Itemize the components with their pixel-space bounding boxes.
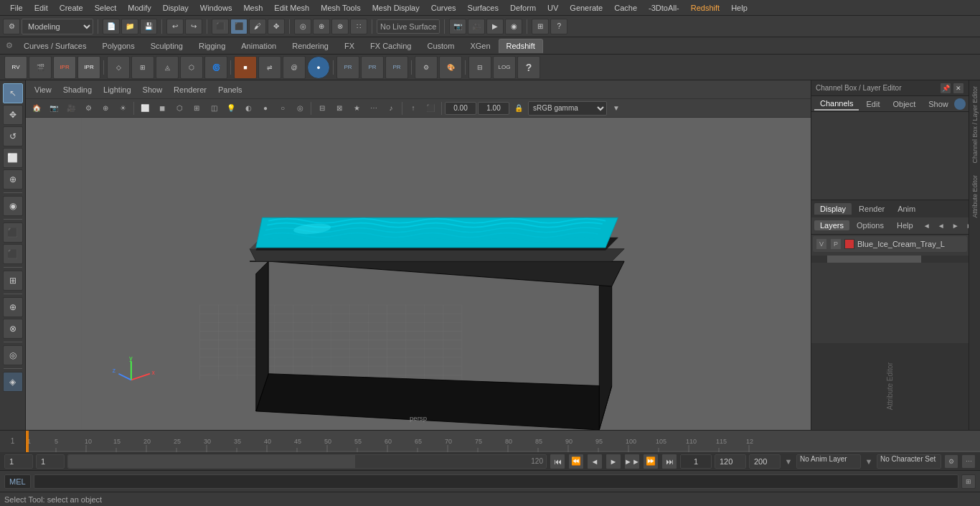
- layer-arrow-right-btn[interactable]: ►: [949, 219, 962, 232]
- status-max-frame[interactable]: 200: [749, 454, 781, 469]
- menu-3dto[interactable]: -3DtoAll-: [643, 2, 685, 14]
- cb-color-btn[interactable]: [954, 98, 966, 110]
- render-btn2[interactable]: ◉: [505, 19, 522, 34]
- vi-smooth2-btn[interactable]: ⬡: [171, 101, 187, 116]
- shelf-icon-4[interactable]: ⬡: [180, 56, 203, 79]
- soft-select-btn[interactable]: ◉: [3, 196, 23, 216]
- cb-tab-channels[interactable]: Channels: [814, 98, 859, 111]
- pb-forward-btn[interactable]: ►►: [624, 454, 640, 469]
- menu-file[interactable]: File: [4, 2, 29, 14]
- shelf-tab-animation[interactable]: Animation: [233, 39, 284, 53]
- shelf-tab-sculpting[interactable]: Sculpting: [143, 39, 191, 53]
- status-range-end[interactable]: 120: [715, 454, 746, 469]
- vi-settings-btn[interactable]: ⚙: [80, 101, 96, 116]
- mode-dropdown[interactable]: Modeling: [22, 19, 93, 34]
- vi-shadow-btn[interactable]: ◐: [240, 101, 256, 116]
- vi-sss-btn[interactable]: ○: [275, 101, 291, 116]
- menu-help[interactable]: Help: [725, 2, 753, 14]
- layer-subtab-help[interactable]: Help: [891, 220, 919, 230]
- viewport-menu-shading[interactable]: Shading: [59, 84, 96, 95]
- shelf-icon-2[interactable]: ⊞: [131, 56, 154, 79]
- viewport-menu-view[interactable]: View: [30, 84, 56, 95]
- menu-create[interactable]: Create: [54, 2, 89, 14]
- shelf-icon-circle[interactable]: ●: [307, 56, 330, 79]
- viewport-menu-show[interactable]: Show: [138, 84, 167, 95]
- shelf-icon-ipr2[interactable]: IPR: [77, 56, 100, 79]
- vi-smooth-btn[interactable]: ◼: [154, 101, 170, 116]
- shelf-icon-pr2[interactable]: PR: [361, 56, 384, 79]
- menu-redshift[interactable]: Redshift: [685, 2, 725, 14]
- undo-btn[interactable]: ↩: [166, 19, 184, 34]
- vi-ao-btn[interactable]: ●: [258, 101, 273, 116]
- lasso-btn[interactable]: ⬛: [3, 222, 23, 243]
- shelf-icon-rv[interactable]: RV: [4, 56, 27, 79]
- menu-generate[interactable]: Generate: [564, 2, 608, 14]
- pb-back-btn[interactable]: ◄: [587, 454, 603, 469]
- vi-cam-btn[interactable]: 📷: [46, 101, 62, 116]
- select-active-btn[interactable]: ⬛: [230, 19, 248, 34]
- move-tool-btn[interactable]: ✥: [3, 105, 23, 125]
- layer-subtab-options[interactable]: Options: [851, 220, 890, 230]
- char-set-arrow[interactable]: ▼: [864, 454, 874, 469]
- layer-visibility-btn[interactable]: V: [816, 238, 827, 250]
- vi-home-btn[interactable]: 🏠: [29, 101, 44, 116]
- menu-deform[interactable]: Deform: [504, 2, 542, 14]
- snap-magnet-btn[interactable]: ⊕: [3, 297, 23, 317]
- shelf-tab-fxcaching[interactable]: FX Caching: [362, 39, 419, 53]
- vi-grid-btn[interactable]: ⊟: [314, 101, 330, 116]
- no-char-set-dropdown[interactable]: No Character Set: [877, 454, 941, 469]
- menu-mesh-tools[interactable]: Mesh Tools: [315, 2, 366, 14]
- colorspace-dropdown[interactable]: sRGB gamma: [528, 101, 607, 116]
- shelf-tab-rendering[interactable]: Rendering: [284, 39, 336, 53]
- shelf-icon-film[interactable]: 🎬: [29, 56, 52, 79]
- universal-tool-btn[interactable]: ⊕: [3, 169, 23, 189]
- shelf-tab-polygons[interactable]: Polygons: [94, 39, 142, 53]
- paint-btn[interactable]: 🖌: [249, 19, 266, 34]
- pb-prev-key-btn[interactable]: ⏪: [568, 454, 584, 469]
- camera-btn2[interactable]: 🎥: [468, 19, 485, 34]
- vi-lock-btn[interactable]: 🔒: [511, 101, 527, 116]
- cb-tab-edit[interactable]: Edit: [860, 98, 885, 110]
- layer-type-btn[interactable]: P: [830, 238, 842, 250]
- shelf-tab-fx[interactable]: FX: [336, 39, 362, 53]
- status-extra-btn[interactable]: ⋯: [961, 454, 976, 469]
- shelf-icon-1[interactable]: ◇: [107, 56, 130, 79]
- menu-edit[interactable]: Edit: [29, 2, 54, 14]
- layer-tab-render[interactable]: Render: [853, 203, 890, 215]
- menu-modify[interactable]: Modify: [122, 2, 156, 14]
- paint-select-btn[interactable]: ⬛: [3, 244, 23, 264]
- cb-pin-btn[interactable]: 📌: [940, 83, 951, 94]
- viewport-menu-lighting[interactable]: Lighting: [99, 84, 136, 95]
- vi-snap-btn[interactable]: ⊕: [98, 101, 113, 116]
- save-btn[interactable]: 💾: [140, 19, 157, 34]
- render-btn1[interactable]: ▶: [486, 19, 504, 34]
- vi-face-btn[interactable]: ◫: [206, 101, 222, 116]
- vi-audio-btn[interactable]: ♪: [383, 101, 399, 116]
- shelf-icon-arrows[interactable]: ⇌: [258, 56, 281, 79]
- rotate-tool-btn[interactable]: ↺: [3, 126, 23, 146]
- vi-light-btn[interactable]: ☀: [115, 101, 131, 116]
- move-btn[interactable]: ✥: [268, 19, 285, 34]
- camera-btn1[interactable]: 📷: [449, 19, 466, 34]
- render-region-btn[interactable]: ◈: [3, 372, 23, 392]
- timeline-ruler[interactable]: 1 5 10 15 20 25 30 35 40: [26, 431, 980, 452]
- attribute-editor-strip-tab[interactable]: Attribute Editor: [970, 169, 980, 224]
- snap-btn1[interactable]: ◎: [294, 19, 311, 34]
- menu-uv[interactable]: UV: [542, 2, 564, 14]
- channel-box-strip-tab[interactable]: Channel Box / Layer Editor: [970, 80, 980, 169]
- vi-fx-btn[interactable]: ★: [349, 101, 364, 116]
- tool-btn1[interactable]: ⊞: [532, 19, 549, 34]
- vi-light2-btn[interactable]: 💡: [223, 101, 239, 116]
- vi-uv-btn[interactable]: ⊞: [189, 101, 204, 116]
- scale-tool-btn[interactable]: ⬜: [3, 148, 23, 168]
- status-settings-btn[interactable]: ⚙: [944, 454, 958, 469]
- shelf-tab-rigging[interactable]: Rigging: [191, 39, 233, 53]
- snap-btn3[interactable]: ⊗: [331, 19, 349, 34]
- shelf-tab-xgen[interactable]: XGen: [462, 39, 498, 53]
- shelf-icon-ipr[interactable]: IPR: [53, 56, 76, 79]
- layer-tab-display[interactable]: Display: [814, 203, 852, 215]
- layer-scrollbar[interactable]: [811, 256, 969, 263]
- vi-wireframe-btn[interactable]: ⬜: [137, 101, 153, 116]
- new-file-btn[interactable]: 📄: [103, 19, 120, 34]
- snap-btn2[interactable]: ⊕: [313, 19, 330, 34]
